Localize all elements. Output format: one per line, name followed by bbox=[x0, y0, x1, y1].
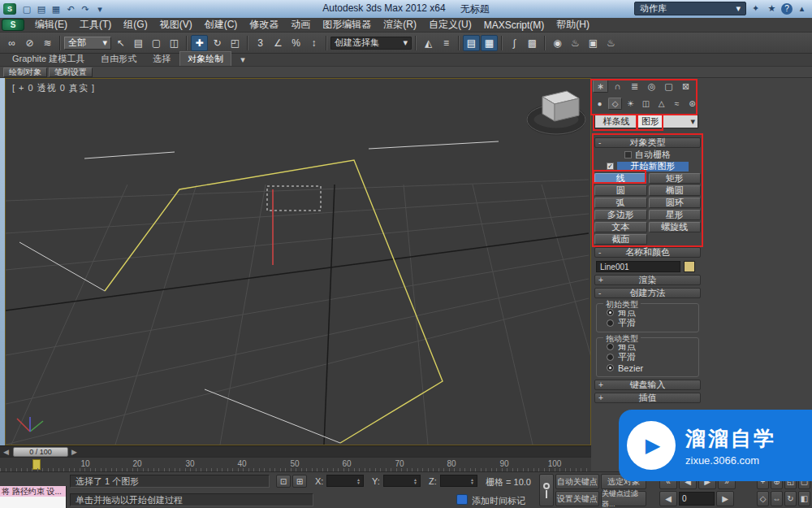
radio-initial-smooth[interactable] bbox=[607, 319, 614, 327]
select-and-move-icon[interactable]: ✚ bbox=[191, 35, 208, 51]
material-editor-icon[interactable]: ◉ bbox=[549, 35, 566, 51]
arc-button[interactable]: 弧 bbox=[594, 198, 647, 208]
y-coordinate-field[interactable]: ▲▼ bbox=[383, 475, 421, 487]
layer-manager-icon[interactable]: ▤ bbox=[463, 35, 480, 51]
auto-key-button[interactable]: 自动关键点 bbox=[555, 474, 599, 489]
start-new-shape-label[interactable]: 开始新图形 bbox=[617, 162, 689, 172]
schematic-view-icon[interactable]: ▩ bbox=[524, 35, 541, 51]
favorites-star-icon[interactable]: ★ bbox=[765, 2, 779, 15]
field-of-view-icon[interactable]: ◇ bbox=[757, 491, 769, 506]
new-file-icon[interactable]: ▢ bbox=[19, 2, 34, 15]
select-and-rotate-icon[interactable]: ↻ bbox=[209, 35, 226, 51]
bind-to-spacewarp-icon[interactable]: ≋ bbox=[39, 35, 56, 51]
select-and-link-icon[interactable]: ∞ bbox=[3, 35, 20, 51]
ribbon-tab-options-icon[interactable]: ▾ bbox=[233, 54, 253, 66]
autogrid-row[interactable]: 自动栅格 bbox=[594, 150, 701, 159]
yellow-spline[interactable] bbox=[105, 160, 443, 443]
select-by-name-icon[interactable]: ▤ bbox=[130, 35, 147, 51]
key-icon[interactable]: ✦ bbox=[749, 2, 762, 15]
named-selection-sets-dropdown[interactable]: 创建选择集 ▾ bbox=[330, 37, 412, 50]
text-button[interactable]: 文本 bbox=[594, 222, 647, 232]
angle-snap-icon[interactable]: ∠ bbox=[270, 35, 287, 51]
add-time-tag-label[interactable]: 添加时间标记 bbox=[472, 495, 525, 507]
align-icon[interactable]: ≡ bbox=[438, 35, 455, 51]
time-slider-track[interactable]: ◀ 0 / 100 ▶ bbox=[0, 445, 591, 457]
rollout-object-type-header[interactable]: - 对象类型 bbox=[594, 137, 701, 148]
pan-view-icon[interactable]: ⇔ bbox=[771, 491, 783, 506]
section-button[interactable]: 截面 bbox=[594, 234, 647, 245]
viewcube[interactable] bbox=[527, 91, 585, 134]
shapes-category-icon[interactable]: ◇ bbox=[608, 98, 622, 110]
utilities-tab-icon[interactable]: ⊠ bbox=[678, 80, 693, 93]
tab-freeform[interactable]: 自由形式 bbox=[93, 52, 144, 66]
menu-customize[interactable]: 自定义(U) bbox=[423, 17, 477, 33]
drag-smooth-radio-row[interactable]: 平滑 bbox=[607, 352, 698, 363]
donut-button[interactable]: 圆环 bbox=[649, 198, 702, 208]
geometry-category-icon[interactable]: ● bbox=[593, 98, 607, 110]
listener-line[interactable] bbox=[0, 497, 66, 508]
orbit-icon[interactable]: ↻ bbox=[784, 491, 797, 506]
circle-button[interactable]: 圆 bbox=[594, 185, 647, 196]
helix-button[interactable]: 螺旋线 bbox=[649, 222, 702, 232]
prev-frame-arrow-icon[interactable]: ◀ bbox=[3, 448, 9, 456]
help-icon[interactable]: ? bbox=[781, 3, 793, 15]
subtab-paint-objects[interactable]: 绘制对象 bbox=[3, 67, 47, 77]
object-name-field[interactable]: Line001 bbox=[596, 261, 680, 272]
tab-selection[interactable]: 选择 bbox=[145, 52, 178, 66]
cameras-category-icon[interactable]: ◫ bbox=[639, 98, 653, 110]
display-tab-icon[interactable]: ▢ bbox=[661, 80, 676, 93]
radio-initial-corner[interactable] bbox=[607, 309, 614, 316]
macro-recorder-line[interactable]: 将 路径约束 设... bbox=[0, 486, 66, 497]
track-bar[interactable]: 10 20 30 40 50 60 70 80 90 100 bbox=[0, 457, 591, 471]
menu-modifiers[interactable]: 修改器 bbox=[244, 17, 284, 33]
menu-tools[interactable]: 工具(T) bbox=[74, 17, 117, 33]
radio-drag-bezier[interactable] bbox=[607, 364, 614, 371]
drag-bezier-radio-row[interactable]: Bezier bbox=[607, 363, 698, 373]
time-tag-icon[interactable] bbox=[456, 494, 468, 505]
select-object-icon[interactable]: ↖ bbox=[112, 35, 129, 51]
render-setup-icon[interactable]: ♨ bbox=[567, 35, 584, 51]
modify-tab-icon[interactable]: ∩ bbox=[610, 80, 625, 93]
menu-rendering[interactable]: 渲染(R) bbox=[378, 17, 422, 33]
snaps-toggle-icon[interactable]: 3 bbox=[252, 35, 269, 51]
tab-graphite[interactable]: Graphite 建模工具 bbox=[5, 52, 92, 66]
menu-views[interactable]: 视图(V) bbox=[154, 17, 198, 33]
mirror-icon[interactable]: ◭ bbox=[420, 35, 437, 51]
menu-create[interactable]: 创建(C) bbox=[199, 17, 244, 33]
window-crossing-icon[interactable]: ◫ bbox=[166, 35, 183, 51]
maxscript-mini-listener[interactable]: 将 路径约束 设... bbox=[0, 486, 67, 508]
lights-category-icon[interactable]: ☀ bbox=[624, 98, 637, 110]
render-production-icon[interactable]: ♨ bbox=[603, 35, 620, 51]
menu-graph-editors[interactable]: 图形编辑器 bbox=[317, 17, 377, 33]
helpers-category-icon[interactable]: △ bbox=[654, 98, 668, 110]
maximize-viewport-icon[interactable]: ◧ bbox=[798, 491, 810, 506]
autogrid-checkbox[interactable] bbox=[624, 151, 632, 158]
start-new-shape-row[interactable]: ✓ 开始新图形 bbox=[594, 162, 701, 171]
next-frame-arrow-icon[interactable]: ▶ bbox=[71, 448, 77, 456]
percent-snap-icon[interactable]: % bbox=[287, 35, 304, 51]
rectangle-button[interactable]: 矩形 bbox=[649, 173, 702, 184]
set-key-mode-button[interactable]: 设置关键点 bbox=[555, 491, 599, 506]
x-coordinate-field[interactable]: ▲▼ bbox=[326, 475, 364, 487]
tab-object-paint[interactable]: 对象绘制 bbox=[179, 51, 231, 66]
initial-smooth-radio-row[interactable]: 平滑 bbox=[607, 318, 698, 328]
lock-selection-icon[interactable]: ⊡ bbox=[276, 475, 291, 488]
viewport-label[interactable]: [ + 0 透视 0 真实 ] bbox=[12, 82, 95, 94]
curve-editor-icon[interactable]: ∫ bbox=[506, 35, 523, 51]
next-key-icon[interactable]: ▶ bbox=[716, 491, 734, 506]
previous-key-icon[interactable]: ◀ bbox=[659, 491, 677, 506]
current-frame-field[interactable]: 0 bbox=[679, 492, 715, 506]
selection-filter-dropdown[interactable]: 全部 ▾ bbox=[64, 37, 111, 50]
rollout-interpolation-header[interactable]: + 插值 bbox=[594, 393, 701, 403]
absolute-mode-icon[interactable]: ⊞ bbox=[292, 475, 307, 488]
start-new-shape-checkbox[interactable]: ✓ bbox=[607, 163, 614, 170]
action-library-field[interactable]: 动作库 ▾ bbox=[634, 2, 746, 15]
spinner-snap-icon[interactable]: ↕ bbox=[305, 35, 322, 51]
motion-tab-icon[interactable]: ◎ bbox=[644, 80, 659, 93]
rendered-frame-window-icon[interactable]: ▣ bbox=[585, 35, 602, 51]
menu-help[interactable]: 帮助(H) bbox=[551, 17, 595, 33]
radio-drag-corner[interactable] bbox=[607, 343, 614, 350]
ellipse-button[interactable]: 椭圆 bbox=[649, 185, 702, 196]
systems-category-icon[interactable]: ⊛ bbox=[685, 98, 699, 110]
star-button[interactable]: 星形 bbox=[649, 210, 702, 220]
